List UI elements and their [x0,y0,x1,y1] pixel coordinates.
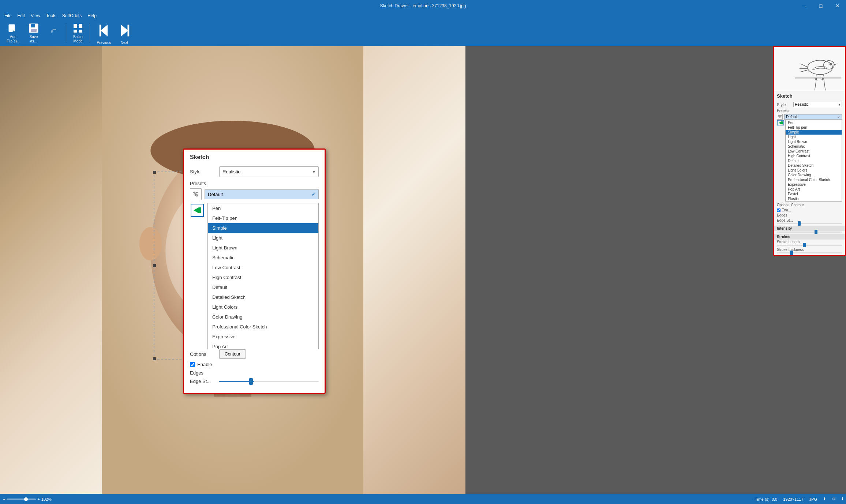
dropdown-item-default[interactable]: Default [208,282,318,292]
dropdown-item-detailed-sketch[interactable]: Detailed Sketch [208,292,318,302]
menu-help[interactable]: Help [85,12,100,20]
small-preset-selected[interactable]: Default ✓ [784,114,842,120]
format-display: JPG [809,497,817,501]
next-btn[interactable]: Next [115,21,134,45]
small-filter-icon[interactable] [777,114,783,120]
small-item-plastic[interactable]: Plastic [786,196,842,201]
svg-rect-9 [79,30,82,33]
zoom-slider[interactable] [7,499,36,500]
small-item-expressive[interactable]: Expressive [786,182,842,187]
previous-btn[interactable]: Previous [94,21,113,45]
add-files-btn[interactable]: + AddFile(s)... [3,21,23,45]
dropdown-item-low-contrast[interactable]: Low Contrast [208,263,318,272]
small-dropdown[interactable]: Pen Felt-Tip pen Simple Light Light Brow… [785,120,842,202]
small-item-default[interactable]: Default [786,158,842,163]
dropdown-item-pop-art[interactable]: Pop Art [208,342,318,349]
dialog-dropdown[interactable]: Pen Felt-Tip pen Simple Light Light Brow… [207,203,319,349]
next-label: Next [121,41,128,45]
nav-buttons: Previous Next [94,21,134,45]
maximize-btn[interactable]: □ [812,0,829,12]
small-stroke-length-label: Stroke Length [777,240,842,244]
dropdown-item-color-drawing[interactable]: Color Drawing [208,312,318,322]
dialog-edges-label: Edges [190,370,219,376]
dropdown-item-high-contrast[interactable]: High Contrast [208,272,318,282]
small-item-detailed-sketch[interactable]: Detailed Sketch [786,163,842,168]
small-item-pastel[interactable]: Pastel [786,192,842,196]
small-strokes-header: Strokes [774,234,845,240]
small-enable-checkbox[interactable] [777,208,781,212]
save-as-btn[interactable]: Saveas... [23,21,44,45]
dialog-style-select[interactable]: Realistic [219,166,319,177]
small-intensity-slider-track[interactable] [777,232,842,233]
canvas-area[interactable]: Sketch Style Realistic Presets [0,46,846,494]
small-edge-slider-label: Edge St... [777,218,842,222]
dialog-options-row: Options Contour [190,349,319,359]
menu-file[interactable]: File [1,12,14,20]
share-icon[interactable]: ⬆ [823,497,826,501]
small-item-light-brown[interactable]: Light Brown [786,139,842,144]
small-edge-slider-thumb[interactable] [798,221,801,226]
close-btn[interactable]: ✕ [829,0,846,12]
small-stroke-length-track[interactable] [777,245,842,246]
svg-marker-59 [194,207,199,213]
dropdown-item-light-brown[interactable]: Light Brown [208,243,318,253]
add-files-label: AddFile(s)... [7,35,20,44]
dialog-edge-slider-track[interactable] [219,381,319,382]
enable-checkbox[interactable] [190,362,195,367]
menu-softorbits[interactable]: SoftOrbits [59,12,85,20]
small-item-pop-art[interactable]: Pop Art [786,187,842,192]
app-title: Sketch Drawer - emotions-371238_1920.jpg [380,3,466,8]
svg-point-55 [195,192,196,193]
small-style-select-wrap[interactable]: Realistic [793,102,842,107]
small-item-schematic[interactable]: Schematic [786,144,842,149]
zoom-plus[interactable]: + [37,497,40,501]
small-item-pen[interactable]: Pen [786,120,842,125]
dropdown-item-schematic[interactable]: Schematic [208,253,318,263]
small-item-light-colors[interactable]: Light Colors [786,168,842,173]
small-intensity-slider-thumb[interactable] [815,230,817,234]
small-stroke-thickness-row: Stroke thickness [774,247,845,255]
menu-edit[interactable]: Edit [14,12,28,20]
menu-tools[interactable]: Tools [43,12,59,20]
dropdown-item-felt-tip[interactable]: Felt-Tip pen [208,213,318,223]
dialog-contour-btn[interactable]: Contour [219,349,246,359]
small-stroke-thickness-thumb[interactable] [790,251,793,255]
info-icon[interactable]: ℹ [842,497,843,501]
small-item-color-drawing[interactable]: Color Drawing [786,173,842,177]
small-style-select[interactable]: Realistic [793,102,842,107]
dropdown-item-simple[interactable]: Simple [208,223,318,233]
small-item-light[interactable]: Light [786,135,842,139]
dropdown-item-light[interactable]: Light [208,233,318,243]
toolbar-separator-1 [66,24,66,42]
small-preset-value: Default [786,115,798,119]
settings-icon[interactable]: ⚙ [832,497,836,501]
dialog-checkmark: ✓ [311,192,315,197]
dialog-enable-row: Enable [190,362,319,367]
menu-view[interactable]: View [28,12,43,20]
minimize-btn[interactable]: ─ [796,0,812,12]
small-item-felt-tip[interactable]: Felt-Tip pen [786,125,842,130]
small-item-high-contrast[interactable]: High Contrast [786,154,842,158]
small-stroke-length-thumb[interactable] [803,243,806,247]
zoom-thumb[interactable] [24,497,28,501]
dialog-edge-st-label: Edge St... [190,379,219,384]
dialog-preset-selected[interactable]: Default ✓ [205,189,319,199]
small-item-simple[interactable]: Simple [786,130,842,135]
add-files-icon: + [7,22,19,34]
next-icon [115,21,134,40]
small-edge-slider-track[interactable] [777,223,842,224]
dropdown-item-expressive[interactable]: Expressive [208,332,318,342]
dialog-style-select-wrapper[interactable]: Realistic [219,166,319,177]
dropdown-item-pen[interactable]: Pen [208,203,318,213]
zoom-minus[interactable]: − [3,497,5,501]
small-stroke-thickness-track[interactable] [777,252,842,253]
dropdown-item-professional-color[interactable]: Professional Color Sketch [208,322,318,332]
dialog-filter-icon[interactable] [190,188,202,200]
filter-icon [192,191,199,198]
small-item-low-contrast[interactable]: Low Contrast [786,149,842,154]
small-item-professional[interactable]: Professional Color Sketch [786,177,842,182]
batch-mode-btn[interactable]: BatchMode [68,21,88,45]
undo-btn[interactable] [44,21,64,45]
dropdown-item-light-colors[interactable]: Light Colors [208,302,318,312]
dialog-edge-slider-thumb[interactable] [249,378,253,385]
